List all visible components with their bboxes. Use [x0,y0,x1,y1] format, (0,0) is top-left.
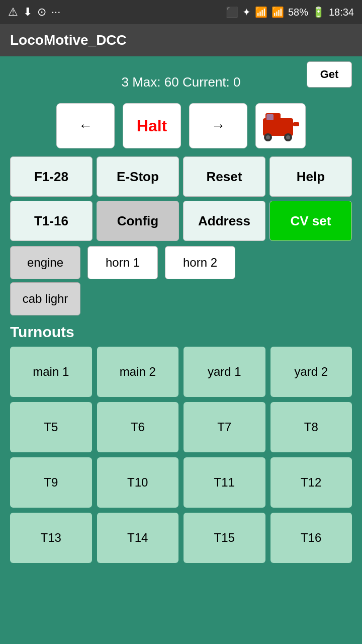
turnout-main2[interactable]: main 2 [97,347,179,397]
bluetooth-icon: ✦ [242,6,251,18]
turnouts-grid: main 1 main 2 yard 1 yard 2 T5 T6 T7 T8 … [10,347,352,563]
wifi-icon: 📶 [255,6,267,18]
circle-icon: ⊙ [37,6,46,19]
sound-buttons-row2: cab lighr [10,282,352,315]
status-bar: ⚠ ⬇ ⊙ ··· ⬛ ✦ 📶 📶 58% 🔋 18:34 [0,0,362,24]
status-icons-left: ⚠ ⬇ ⊙ ··· [8,6,60,19]
turnout-t5[interactable]: T5 [10,402,92,452]
turnout-t13[interactable]: T13 [10,513,92,563]
loco-image [255,103,306,148]
download-icon: ⬇ [23,6,32,19]
loco-icon [260,108,301,143]
t1-16-button[interactable]: T1-16 [10,201,93,241]
cab-light-button[interactable]: cab lighr [10,282,80,315]
svg-rect-2 [266,114,274,120]
signal-icon: 📶 [272,6,284,18]
halt-button[interactable]: Halt [123,103,181,148]
svg-point-6 [286,135,290,139]
turnout-t8[interactable]: T8 [270,402,352,452]
config-button[interactable]: Config [97,201,179,241]
engine-button[interactable]: engine [10,246,80,279]
turnout-main1[interactable]: main 1 [10,347,92,397]
turnouts-title: Turnouts [10,324,352,341]
address-button[interactable]: Address [183,201,265,241]
turnout-yard1[interactable]: yard 1 [184,347,265,397]
turnout-t11[interactable]: T11 [184,457,265,508]
warning-icon: ⚠ [8,6,18,19]
speed-display: 3 Max: 60 Current: 0 [122,74,241,90]
sound-buttons-row: engine horn 1 horn 2 [10,246,352,279]
turnout-t14[interactable]: T14 [97,513,179,563]
function-buttons-grid: F1-28 E-Stop Reset Help T1-16 Config Add… [10,156,352,241]
battery-icon: 🔋 [312,6,325,18]
top-area: Get 3 Max: 60 Current: 0 [0,56,362,95]
help-button[interactable]: Help [269,156,352,197]
reset-button[interactable]: Reset [183,156,265,197]
turnout-t7[interactable]: T7 [184,402,265,452]
svg-rect-7 [293,122,299,126]
time-display: 18:34 [329,7,354,18]
title-bar: LocoMotive_DCC [0,24,362,56]
control-row: ← Halt → [0,103,362,148]
forward-button[interactable]: → [189,103,247,148]
turnout-t9[interactable]: T9 [10,457,92,508]
cv-set-button[interactable]: CV set [269,201,352,241]
turnout-t10[interactable]: T10 [97,457,179,508]
app-title: LocoMotive_DCC [10,32,127,48]
status-icons-right: ⬛ ✦ 📶 📶 58% 🔋 18:34 [226,6,354,18]
horn2-button[interactable]: horn 2 [165,246,235,279]
svg-point-4 [266,135,270,139]
f1-28-button[interactable]: F1-28 [10,156,93,197]
back-button[interactable]: ← [56,103,115,148]
estop-button[interactable]: E-Stop [97,156,179,197]
turnout-t12[interactable]: T12 [270,457,352,508]
more-icon: ··· [51,6,60,19]
turnout-t6[interactable]: T6 [97,402,179,452]
turnout-t16[interactable]: T16 [270,513,352,563]
turnout-yard2[interactable]: yard 2 [270,347,352,397]
set-button[interactable]: Get [307,61,352,88]
battery-text: 58% [288,7,308,18]
turnouts-section: Turnouts main 1 main 2 yard 1 yard 2 T5 … [10,324,352,563]
turnout-t15[interactable]: T15 [184,513,265,563]
horn1-button[interactable]: horn 1 [87,246,158,279]
cast-icon: ⬛ [226,6,238,18]
